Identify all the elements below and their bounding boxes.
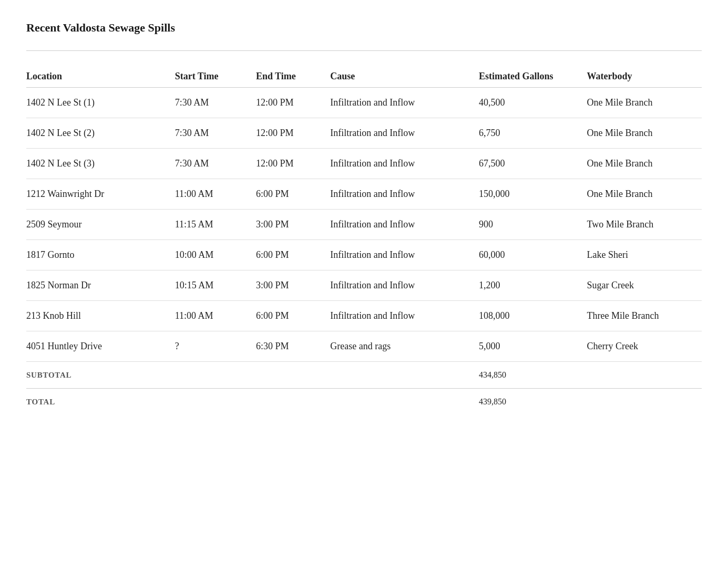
cell-location: 1402 N Lee St (3): [26, 149, 175, 179]
cell-start-time: 7:30 AM: [175, 88, 256, 118]
cell-gallons: 6,750: [479, 118, 587, 149]
cell-gallons: 40,500: [479, 88, 587, 118]
table-row: 1402 N Lee St (3)7:30 AM12:00 PMInfiltra…: [26, 149, 702, 179]
cell-end-time: 6:00 PM: [256, 179, 330, 210]
cell-waterbody: Sugar Creek: [587, 270, 702, 301]
cell-waterbody: Lake Sheri: [587, 240, 702, 270]
cell-location: 1402 N Lee St (2): [26, 118, 175, 149]
cell-location: 1817 Gornto: [26, 240, 175, 270]
cell-gallons: 1,200: [479, 270, 587, 301]
cell-cause: Infiltration and Inflow: [330, 210, 479, 240]
subtotal-start: [175, 362, 256, 389]
subtotal-gallons: 434,850: [479, 362, 587, 389]
table-row: 1817 Gornto10:00 AM6:00 PMInfiltration a…: [26, 240, 702, 270]
cell-end-time: 3:00 PM: [256, 210, 330, 240]
table-row: 4051 Huntley Drive?6:30 PMGrease and rag…: [26, 331, 702, 362]
cell-waterbody: One Mile Branch: [587, 179, 702, 210]
cell-cause: Infiltration and Inflow: [330, 301, 479, 331]
table-row: 213 Knob Hill11:00 AM6:00 PMInfiltration…: [26, 301, 702, 331]
subtotal-end: [256, 362, 330, 389]
cell-start-time: 7:30 AM: [175, 149, 256, 179]
cell-waterbody: One Mile Branch: [587, 149, 702, 179]
cell-end-time: 6:00 PM: [256, 301, 330, 331]
cell-cause: Infiltration and Inflow: [330, 270, 479, 301]
subtotal-label: SUBTOTAL: [26, 362, 175, 389]
cell-cause: Infiltration and Inflow: [330, 88, 479, 118]
cell-gallons: 108,000: [479, 301, 587, 331]
total-label: TOTAL: [26, 389, 175, 415]
col-header-start-time: Start Time: [175, 66, 256, 88]
cell-start-time: 10:00 AM: [175, 240, 256, 270]
spills-table: Location Start Time End Time Cause Estim…: [26, 66, 702, 415]
col-header-cause: Cause: [330, 66, 479, 88]
cell-end-time: 3:00 PM: [256, 270, 330, 301]
table-row: 2509 Seymour11:15 AM3:00 PMInfiltration …: [26, 210, 702, 240]
cell-start-time: 7:30 AM: [175, 118, 256, 149]
cell-gallons: 5,000: [479, 331, 587, 362]
cell-cause: Infiltration and Inflow: [330, 240, 479, 270]
cell-location: 1825 Norman Dr: [26, 270, 175, 301]
subtotal-row: SUBTOTAL 434,850: [26, 362, 702, 389]
table-row: 1402 N Lee St (2)7:30 AM12:00 PMInfiltra…: [26, 118, 702, 149]
cell-cause: Grease and rags: [330, 331, 479, 362]
cell-cause: Infiltration and Inflow: [330, 149, 479, 179]
cell-start-time: ?: [175, 331, 256, 362]
col-header-location: Location: [26, 66, 175, 88]
table-row: 1825 Norman Dr10:15 AM3:00 PMInfiltratio…: [26, 270, 702, 301]
cell-waterbody: Two Mile Branch: [587, 210, 702, 240]
cell-location: 1212 Wainwright Dr: [26, 179, 175, 210]
cell-gallons: 900: [479, 210, 587, 240]
cell-end-time: 12:00 PM: [256, 118, 330, 149]
cell-end-time: 12:00 PM: [256, 88, 330, 118]
cell-start-time: 11:15 AM: [175, 210, 256, 240]
total-gallons: 439,850: [479, 389, 587, 415]
col-header-gallons: Estimated Gallons: [479, 66, 587, 88]
cell-location: 2509 Seymour: [26, 210, 175, 240]
total-cause: [330, 389, 479, 415]
cell-location: 4051 Huntley Drive: [26, 331, 175, 362]
col-header-waterbody: Waterbody: [587, 66, 702, 88]
cell-start-time: 10:15 AM: [175, 270, 256, 301]
total-row: TOTAL 439,850: [26, 389, 702, 415]
table-header-row: Location Start Time End Time Cause Estim…: [26, 66, 702, 88]
total-water: [587, 389, 702, 415]
cell-end-time: 6:30 PM: [256, 331, 330, 362]
cell-end-time: 12:00 PM: [256, 149, 330, 179]
cell-gallons: 67,500: [479, 149, 587, 179]
total-start: [175, 389, 256, 415]
cell-waterbody: One Mile Branch: [587, 118, 702, 149]
cell-waterbody: Three Mile Branch: [587, 301, 702, 331]
cell-location: 213 Knob Hill: [26, 301, 175, 331]
cell-cause: Infiltration and Inflow: [330, 118, 479, 149]
cell-end-time: 6:00 PM: [256, 240, 330, 270]
cell-gallons: 60,000: [479, 240, 587, 270]
cell-gallons: 150,000: [479, 179, 587, 210]
cell-start-time: 11:00 AM: [175, 179, 256, 210]
col-header-end-time: End Time: [256, 66, 330, 88]
cell-waterbody: One Mile Branch: [587, 88, 702, 118]
table-row: 1212 Wainwright Dr11:00 AM6:00 PMInfiltr…: [26, 179, 702, 210]
page-title: Recent Valdosta Sewage Spills: [26, 21, 702, 35]
total-end: [256, 389, 330, 415]
subtotal-water: [587, 362, 702, 389]
cell-waterbody: Cherry Creek: [587, 331, 702, 362]
table-row: 1402 N Lee St (1)7:30 AM12:00 PMInfiltra…: [26, 88, 702, 118]
divider: [26, 50, 702, 51]
cell-start-time: 11:00 AM: [175, 301, 256, 331]
cell-location: 1402 N Lee St (1): [26, 88, 175, 118]
cell-cause: Infiltration and Inflow: [330, 179, 479, 210]
subtotal-cause: [330, 362, 479, 389]
